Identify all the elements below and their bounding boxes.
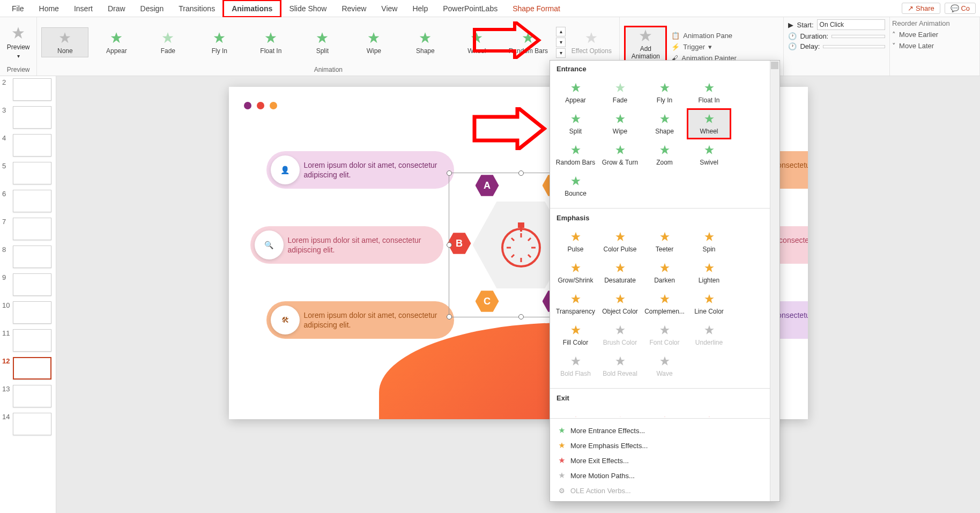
dd-floatin[interactable]: Float In [687,77,731,108]
thumb-5[interactable]: 5 [2,162,54,184]
pill-3-text: Lorem ipsum dolor sit amet, consectetur … [304,310,441,330]
gallery-scroll-down[interactable]: ▾ [556,38,566,47]
trigger-button[interactable]: ⚡Trigger ▾ [671,43,747,51]
share-button[interactable]: ↗ Share [902,3,940,14]
dd-shape[interactable]: Shape [642,108,687,139]
tab-insert[interactable]: Insert [66,1,100,16]
tab-design[interactable]: Design [133,1,172,16]
share-label: Share [916,4,934,12]
tab-powerpointlabs[interactable]: PowerPointLabs [435,1,505,16]
thumb-11[interactable]: 11 [2,329,54,352]
thumb-7[interactable]: 7 [2,218,54,240]
dd-bounce[interactable]: Bounce [553,170,598,202]
slide-dots [244,102,277,109]
dd-swivel[interactable]: Swivel [687,139,731,170]
reorder-group: Reorder Animation ˄ Move Earlier ˅ Move … [890,17,980,76]
more-exit[interactable]: More Exit Effects... [550,453,770,468]
gallery-split[interactable]: Split [299,28,346,57]
dd-exit-2[interactable] [598,406,642,417]
duration-field[interactable] [831,35,885,38]
dd-desaturate[interactable]: Desaturate [598,257,642,288]
dd-colorpulse[interactable]: Color Pulse [598,226,642,257]
entrance-grid: Appear Fade Fly In Float In Split Wipe S… [550,75,770,207]
gallery-wipe[interactable]: Wipe [350,28,397,57]
tab-file[interactable]: File [4,1,32,16]
tab-view[interactable]: View [374,1,405,16]
tab-home[interactable]: Home [32,1,66,16]
gallery-flyin[interactable]: Fly In [196,28,243,57]
effect-options-button[interactable]: Effect Options [568,28,615,57]
gallery-none[interactable]: None [41,27,88,57]
more-motion[interactable]: More Motion Paths... [550,468,770,483]
thumb-12[interactable]: 12 [2,357,54,380]
dd-growshrink[interactable]: Grow/Shrink [553,257,598,288]
gallery-scroll-up[interactable]: ▴ [556,27,566,36]
pill-3[interactable]: 🛠Lorem ipsum dolor sit amet, consectetur… [266,301,454,339]
dd-wheel[interactable]: Wheel [687,108,731,139]
tab-review[interactable]: Review [334,1,374,16]
start-field[interactable]: On Click [817,19,886,30]
dd-randombars[interactable]: Random Bars [553,139,598,170]
thumb-10[interactable]: 10 [2,301,54,324]
move-later-button[interactable]: ˅ Move Later [892,42,977,50]
dd-teeter[interactable]: Teeter [642,226,687,257]
pill-2[interactable]: 🔍Lorem ipsum dolor sit amet, consectetur… [250,226,443,264]
dd-exit-1[interactable] [553,406,598,417]
dd-brushcolor: Brush Color [598,319,642,351]
dd-lighten[interactable]: Lighten [687,257,731,288]
thumb-4[interactable]: 4 [2,134,54,157]
exit-section-title: Exit [550,390,770,404]
tab-animations[interactable]: Animations [222,0,281,18]
comments-button[interactable]: 💬 Co [945,3,976,14]
dd-split[interactable]: Split [553,108,598,139]
dd-zoom[interactable]: Zoom [642,139,687,170]
preview-dropdown-icon[interactable]: ▾ [17,53,20,59]
dd-exit-4[interactable] [687,406,731,417]
thumb-9[interactable]: 9 [2,273,54,296]
dd-wipe[interactable]: Wipe [598,108,642,139]
menubar: File Home Insert Draw Design Transitions… [0,0,980,17]
dd-appear[interactable]: Appear [553,77,598,108]
delay-field[interactable] [823,45,885,48]
dd-transparency[interactable]: Transparency [553,288,598,319]
dropdown-scrollbar[interactable] [770,61,779,501]
dd-flyin[interactable]: Fly In [642,77,687,108]
thumb-3[interactable]: 3 [2,106,54,129]
gallery-scroll-more[interactable]: ▾ [556,48,566,58]
dd-fade[interactable]: Fade [598,77,642,108]
dot-2 [257,102,264,109]
dd-objectcolor[interactable]: Object Color [598,288,642,319]
dd-linecolor[interactable]: Line Color [687,288,731,319]
dd-complementary[interactable]: Complemen... [642,288,687,319]
gallery-floatin[interactable]: Float In [247,28,294,57]
animation-group-label: Animation [41,65,615,75]
tab-draw[interactable]: Draw [100,1,133,16]
animation-pane-button[interactable]: 📋Animation Pane [671,32,747,40]
dd-exit-3[interactable] [642,406,687,417]
thumb-2[interactable]: 2 [2,78,54,101]
tab-help[interactable]: Help [405,1,435,16]
more-entrance[interactable]: More Entrance Effects... [550,423,770,438]
pill-1[interactable]: 👤Lorem ipsum dolor sit amet, consectetur… [266,151,454,189]
thumb-14[interactable]: 14 [2,413,54,435]
dd-spin[interactable]: Spin [687,226,731,257]
tab-shape-format[interactable]: Shape Format [505,1,568,16]
thumb-6[interactable]: 6 [2,190,54,212]
gallery-appear[interactable]: Appear [93,28,140,57]
thumb-13[interactable]: 13 [2,385,54,407]
gallery-shape[interactable]: Shape [402,28,449,57]
dd-pulse[interactable]: Pulse [553,226,598,257]
move-earlier-button[interactable]: ˄ Move Earlier [892,31,977,39]
gallery-appear-label: Appear [106,47,127,55]
dd-boldreveal: Bold Reveal [598,351,642,382]
gallery-fade[interactable]: Fade [144,28,191,57]
dd-fillcolor[interactable]: Fill Color [553,319,598,351]
thumb-8[interactable]: 8 [2,246,54,268]
dd-darken[interactable]: Darken [642,257,687,288]
dd-growturn[interactable]: Grow & Turn [598,139,642,170]
tab-transitions[interactable]: Transitions [171,1,222,16]
move-later-label: Move Later [899,42,934,50]
tab-slideshow[interactable]: Slide Show [281,1,334,16]
more-emphasis[interactable]: More Emphasis Effects... [550,438,770,453]
preview-icon[interactable] [10,25,26,41]
